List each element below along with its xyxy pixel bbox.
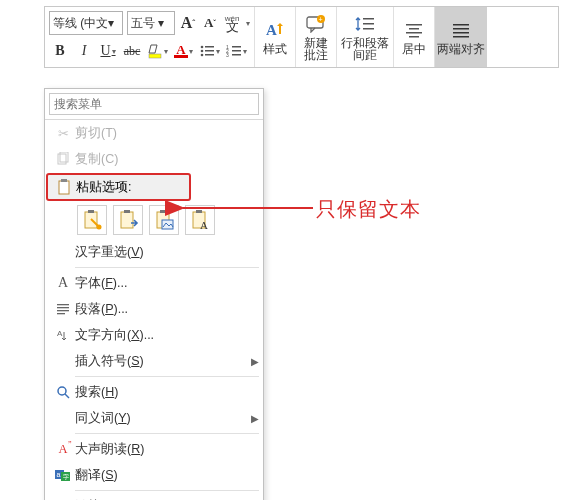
svg-rect-10	[232, 50, 241, 52]
svg-rect-19	[363, 23, 374, 25]
styles-button[interactable]: A 样式	[255, 7, 296, 67]
menu-copy: 复制(C)	[45, 146, 263, 172]
new-comment-button[interactable]: + 新建批注	[296, 7, 337, 67]
menu-insert-symbol[interactable]: 插入符号(S) ▶	[45, 348, 263, 374]
insert-symbol-label: 插入符号(S)	[75, 353, 251, 370]
comment-icon: +	[305, 13, 327, 35]
menu-read-aloud[interactable]: A” 大声朗读(R)	[45, 436, 263, 462]
menu-paragraph[interactable]: 段落(P)...	[45, 296, 263, 322]
svg-rect-18	[363, 18, 374, 20]
svg-point-49	[58, 387, 66, 395]
font-size-combo[interactable]: 五号 ▾	[127, 11, 175, 35]
svg-rect-20	[363, 28, 374, 30]
svg-text:字: 字	[63, 473, 69, 480]
svg-rect-22	[409, 28, 419, 30]
svg-rect-21	[406, 24, 422, 26]
line-spacing-icon	[354, 13, 376, 35]
phonetic-guide-button[interactable]: wén 文	[223, 12, 241, 34]
translate-label: 翻译(S)	[75, 467, 259, 484]
separator	[75, 267, 259, 268]
highlight-button[interactable]: ▾	[147, 40, 168, 62]
svg-text:A: A	[200, 219, 208, 231]
justify-button[interactable]: 两端对齐	[435, 7, 487, 67]
svg-rect-37	[124, 210, 130, 213]
menu-link[interactable]: 链接(I) ▶	[45, 493, 263, 500]
svg-rect-2	[205, 46, 214, 48]
menu-hanzi-reselect[interactable]: 汉字重选(V)	[45, 239, 263, 265]
svg-rect-42	[196, 210, 202, 213]
svg-text:a: a	[57, 471, 61, 478]
font-row-1: 等线 (中文▾ 五号 ▾ Aˆ Aˇ wén 文 ▾	[49, 9, 250, 37]
paste-as-picture[interactable]	[149, 205, 179, 235]
bold-button[interactable]: B	[51, 40, 69, 62]
grow-font-button[interactable]: Aˆ	[179, 12, 197, 34]
svg-rect-31	[59, 181, 69, 194]
svg-text:3: 3	[226, 52, 229, 58]
font-name-combo[interactable]: 等线 (中文▾	[49, 11, 123, 35]
translate-icon: a字	[51, 468, 75, 482]
menu-cut: ✂ 剪切(T)	[45, 120, 263, 146]
svg-rect-32	[61, 179, 67, 182]
svg-rect-44	[57, 304, 69, 305]
svg-text:A: A	[57, 329, 63, 338]
numbering-icon: 123	[226, 44, 242, 58]
line-spacing-button[interactable]: 行和段落间距	[337, 7, 394, 67]
new-comment-label: 新建批注	[304, 37, 328, 61]
svg-point-5	[201, 54, 204, 57]
paste-text-only[interactable]: A	[185, 205, 215, 235]
text-direction-icon: A	[51, 328, 75, 342]
synonyms-label: 同义词(Y)	[75, 410, 251, 427]
strikethrough-button[interactable]: abc	[123, 40, 141, 62]
highlight-icon	[147, 43, 163, 59]
search-label: 搜索(H)	[75, 384, 259, 401]
dropdown-caret-icon[interactable]: ▾	[246, 19, 250, 28]
menu-search[interactable]: 搜索(H)	[45, 379, 263, 405]
ribbon: 等线 (中文▾ 五号 ▾ Aˆ Aˇ wén 文 ▾ B I U▾ abc ▾ …	[44, 6, 559, 68]
menu-font[interactable]: A 字体(F)...	[45, 270, 263, 296]
bullets-button[interactable]: ▾	[199, 40, 220, 62]
copy-icon	[51, 152, 75, 166]
font-label: 字体(F)...	[75, 275, 259, 292]
svg-rect-34	[88, 210, 94, 213]
menu-copy-label: 复制(C)	[75, 151, 259, 168]
center-icon	[404, 19, 424, 41]
menu-cut-label: 剪切(T)	[75, 125, 259, 142]
menu-text-direction[interactable]: A 文字方向(X)...	[45, 322, 263, 348]
svg-rect-28	[453, 36, 469, 38]
svg-rect-45	[57, 307, 69, 308]
svg-point-3	[201, 50, 204, 53]
hanzi-label: 汉字重选(V)	[75, 244, 259, 261]
bullets-icon	[199, 44, 215, 58]
clipboard-picture-icon	[153, 209, 175, 231]
menu-synonyms[interactable]: 同义词(Y) ▶	[45, 405, 263, 431]
paste-keep-source[interactable]	[77, 205, 107, 235]
paragraph-label: 段落(P)...	[75, 301, 259, 318]
read-aloud-icon: A”	[51, 442, 75, 457]
menu-translate[interactable]: a字 翻译(S)	[45, 462, 263, 488]
underline-button[interactable]: U▾	[99, 40, 117, 62]
menu-search-input[interactable]	[49, 93, 259, 115]
svg-rect-6	[205, 54, 214, 56]
chevron-right-icon: ▶	[251, 413, 259, 424]
font-color-button[interactable]: A▾	[174, 40, 193, 62]
line-spacing-label: 行和段落间距	[341, 37, 389, 61]
shrink-font-button[interactable]: Aˇ	[201, 12, 219, 34]
font-a-icon: A	[51, 275, 75, 291]
svg-text:A: A	[266, 22, 277, 38]
svg-rect-14	[279, 26, 281, 34]
separator	[75, 490, 259, 491]
styles-label: 样式	[263, 43, 287, 55]
paste-merge-format[interactable]	[113, 205, 143, 235]
menu-search-row	[45, 89, 263, 120]
paste-options-row: A	[45, 201, 263, 239]
numbering-button[interactable]: 123▾	[226, 40, 247, 62]
read-aloud-label: 大声朗读(R)	[75, 441, 259, 458]
svg-rect-12	[232, 54, 241, 56]
svg-rect-24	[409, 36, 419, 38]
clipboard-text-icon: A	[189, 209, 211, 231]
svg-rect-39	[160, 210, 166, 213]
italic-button[interactable]: I	[75, 40, 93, 62]
annotation-text: 只保留文本	[316, 196, 421, 223]
context-menu: ✂ 剪切(T) 复制(C) 粘贴选项: A 汉字重选(V) A 字体	[44, 88, 264, 500]
center-align-button[interactable]: 居中	[394, 7, 435, 67]
